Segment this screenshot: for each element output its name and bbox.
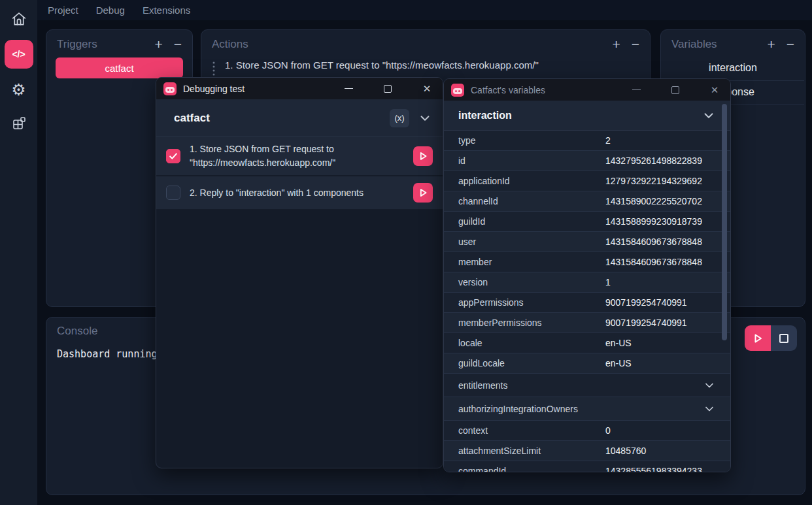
close-button[interactable]: ✕ <box>414 78 440 99</box>
play-icon <box>416 150 430 163</box>
variable-key: version <box>458 277 605 287</box>
variable-value: en-US <box>605 338 632 348</box>
variable-key: channelId <box>458 196 605 206</box>
variable-row: applicationId 1279732922194329692 <box>444 171 730 191</box>
sidebar-item-home[interactable] <box>5 6 33 32</box>
code-icon: </> <box>12 49 25 59</box>
check-icon <box>168 151 178 161</box>
variables-chip-button[interactable]: (x) <box>390 109 409 127</box>
scrollbar-thumb[interactable] <box>722 104 727 340</box>
menu-item[interactable]: Project <box>48 5 78 16</box>
minimize-button[interactable] <box>335 78 362 99</box>
debug-action-label: 1. Store JSON from GET request to "https… <box>190 142 404 170</box>
minimize-button[interactable] <box>623 79 649 101</box>
vars-window-title: Catfact's variables <box>471 85 545 95</box>
add-variable-button[interactable]: + <box>767 37 775 51</box>
variable-value: 1432855561983394233 <box>605 466 702 472</box>
chevron-down-icon[interactable] <box>703 379 716 392</box>
variable-value: 1431588999230918739 <box>605 216 702 227</box>
variable-value: 1431584609673678848 <box>605 236 702 247</box>
bot-app-icon <box>163 82 177 95</box>
variable-row: member 1431584609673678848 <box>444 252 730 272</box>
sidebar-item-extensions[interactable] <box>5 110 33 137</box>
variable-row: id 1432795261498822839 <box>444 151 730 171</box>
variable-value: 1 <box>605 277 611 287</box>
trigger-item-catfact[interactable]: catfact <box>56 57 183 78</box>
variable-row: authorizingIntegrationOwners <box>444 397 730 421</box>
stop-button[interactable] <box>771 325 797 351</box>
variable-key: guildId <box>458 216 605 227</box>
variables-panel-title: Variables <box>671 38 717 51</box>
add-action-button[interactable]: + <box>612 37 620 51</box>
variable-row: appPermissions 9007199254740991 <box>444 293 730 313</box>
minimize-icon <box>632 90 641 90</box>
variable-list-item[interactable]: interaction <box>662 57 804 81</box>
debug-action-row: 2. Reply to "interaction" with 1 compone… <box>156 176 443 210</box>
variable-key: member <box>458 257 605 267</box>
debug-trigger-header: catfact (x) <box>156 99 443 137</box>
variable-group-header[interactable]: interaction <box>444 101 730 131</box>
chevron-down-icon[interactable] <box>703 402 716 415</box>
variable-row: version 1 <box>444 272 730 293</box>
debug-trigger-name: catfact <box>174 112 210 125</box>
variable-group-name: interaction <box>458 110 512 122</box>
variable-row: commandId 1432855561983394233 <box>444 461 730 472</box>
debugging-test-window: Debugging test ✕ catfact (x) 1. Store JS… <box>156 77 443 468</box>
sidebar-item-code[interactable]: </> <box>5 40 33 69</box>
action-checkbox[interactable] <box>166 149 180 163</box>
play-icon <box>416 186 430 199</box>
menu-item[interactable]: Extensions <box>143 5 190 16</box>
variable-row: entitlements <box>444 374 730 397</box>
variable-value: 1431584609673678848 <box>605 257 702 267</box>
variable-key: attachmentSizeLimit <box>458 446 605 456</box>
variable-row: context 0 <box>444 421 730 441</box>
chevron-down-icon[interactable] <box>418 111 432 125</box>
sidebar-item-settings[interactable]: ⚙ <box>5 76 33 103</box>
debug-action-label: 2. Reply to "interaction" with 1 compone… <box>190 186 404 200</box>
variable-value: en-US <box>605 358 632 368</box>
run-action-button[interactable] <box>413 146 433 166</box>
catfact-variables-window: Catfact's variables ✕ interaction type 2… <box>443 78 731 472</box>
close-icon: ✕ <box>711 85 719 95</box>
triggers-panel-title: Triggers <box>57 38 97 51</box>
actions-panel-header: Actions + − <box>201 30 650 57</box>
debug-window-titlebar[interactable]: Debugging test ✕ <box>156 78 443 99</box>
remove-action-button[interactable]: − <box>632 37 639 51</box>
minimize-icon <box>345 88 353 89</box>
variable-value: 9007199254740991 <box>605 318 687 328</box>
drag-handle-icon[interactable] <box>212 61 215 79</box>
maximize-button[interactable] <box>662 79 688 101</box>
variable-key: user <box>458 236 605 247</box>
variables-table: type 2 id 1432795261498822839 applicatio… <box>444 131 730 472</box>
debug-action-row: 1. Store JSON from GET request to "https… <box>156 137 443 176</box>
variable-value: 1279732922194329692 <box>605 176 702 186</box>
close-button[interactable]: ✕ <box>702 79 728 101</box>
remove-trigger-button[interactable]: − <box>174 37 182 51</box>
variable-value: 1432795261498822839 <box>605 155 702 166</box>
action-label: 1. Store JSON from GET request to "https… <box>225 59 539 71</box>
sidebar: </> ⚙ <box>0 0 37 505</box>
variable-value: 2 <box>605 135 611 146</box>
variable-key: guildLocale <box>458 358 605 368</box>
action-list-item[interactable]: 1. Store JSON from GET request to "https… <box>201 57 650 79</box>
maximize-button[interactable] <box>375 78 401 99</box>
maximize-icon <box>671 86 679 94</box>
run-button[interactable] <box>745 325 771 351</box>
add-trigger-button[interactable]: + <box>154 37 162 51</box>
extensions-icon <box>11 116 27 131</box>
run-action-button[interactable] <box>413 183 433 203</box>
debug-window-title: Debugging test <box>183 84 245 94</box>
variable-row: attachmentSizeLimit 10485760 <box>444 441 730 461</box>
triggers-panel-header: Triggers + − <box>46 30 192 57</box>
action-checkbox[interactable] <box>166 186 180 200</box>
menu-item[interactable]: Debug <box>96 5 125 16</box>
variable-key: applicationId <box>458 176 605 186</box>
variable-value: 9007199254740991 <box>605 297 687 308</box>
chevron-down-icon[interactable] <box>702 108 716 123</box>
variable-row: locale en-US <box>444 333 730 353</box>
variables-panel-header: Variables + − <box>661 30 805 57</box>
remove-variable-button[interactable]: − <box>787 37 794 51</box>
vars-window-titlebar[interactable]: Catfact's variables ✕ <box>444 79 730 101</box>
variable-row: memberPermissions 9007199254740991 <box>444 313 730 333</box>
variable-row: channelId 1431589002225520702 <box>444 191 730 212</box>
